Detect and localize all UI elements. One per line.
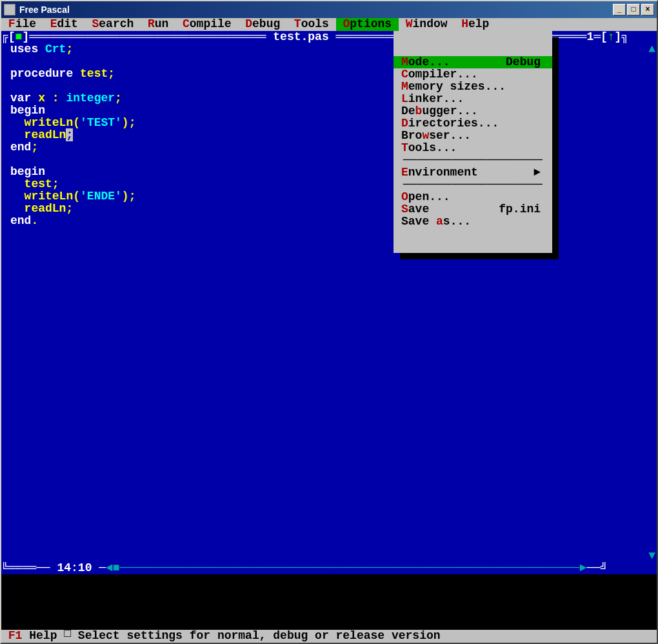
menu-run[interactable]: Run — [141, 18, 175, 31]
menu-compile[interactable]: Compile — [175, 18, 238, 31]
code-line[interactable]: end; — [1, 141, 657, 154]
titlebar[interactable]: Free Pascal _ □ × — [1, 1, 657, 18]
menu-item-tools[interactable]: Tools... — [394, 142, 552, 154]
code-line[interactable] — [1, 80, 657, 92]
menu-file[interactable]: File — [1, 18, 43, 31]
app-window: Free Pascal _ □ × File Edit Search Run C… — [0, 0, 658, 644]
code-line[interactable]: uses Crt; — [1, 43, 657, 55]
code-line[interactable]: begin — [1, 105, 657, 117]
code-line[interactable]: procedure test; — [1, 68, 657, 80]
code-line[interactable]: end. — [1, 215, 657, 227]
editor-frame-bottom: ╚════── 14:10 ─◄■───────────────────────… — [1, 562, 657, 574]
app-icon — [4, 4, 15, 15]
menu-item-browser[interactable]: Browser... — [394, 130, 552, 142]
window-title: Free Pascal — [19, 5, 70, 15]
code-line[interactable]: test; — [1, 178, 657, 190]
options-menu[interactable]: Mode... DebugCompiler... Memory sizes...… — [394, 31, 552, 253]
menu-item-compiler[interactable]: Compiler... — [394, 68, 552, 81]
code-line[interactable]: writeLn('ENDE'); — [1, 190, 657, 203]
scroll-down-icon[interactable]: ▼ — [648, 550, 655, 562]
menu-separator: ──────────────────── — [394, 179, 552, 191]
code-line[interactable]: readLn; — [1, 203, 657, 215]
close-button[interactable]: × — [641, 4, 654, 15]
tui-area: File Edit Search Run Compile Debug Tools… — [1, 18, 657, 643]
menu-item-linker[interactable]: Linker... — [394, 93, 552, 105]
menu-help[interactable]: Help — [454, 18, 496, 31]
menu-item-saveas[interactable]: Save as... — [394, 216, 552, 228]
minimize-button[interactable]: _ — [613, 4, 626, 15]
menu-item-debugger[interactable]: Debugger... — [394, 105, 552, 117]
code-line[interactable]: readLn; — [1, 129, 657, 141]
editor-frame-top: ╔[■]══════════════════════════════════ t… — [1, 31, 657, 43]
menu-item-save[interactable]: Save fp.ini — [394, 203, 552, 216]
scroll-up-icon[interactable]: ▲ — [648, 43, 655, 55]
menu-debug[interactable]: Debug — [238, 18, 287, 31]
menu-item-environment[interactable]: Environment ► — [394, 166, 552, 179]
code-line[interactable]: var x : integer; — [1, 92, 657, 105]
statusbar: F1 Help □ Select settings for normal, de… — [1, 630, 657, 643]
menu-search[interactable]: Search — [85, 18, 141, 31]
code-line[interactable] — [1, 55, 657, 68]
code-line[interactable]: writeLn('TEST'); — [1, 117, 657, 129]
menu-separator: ──────────────────── — [394, 154, 552, 166]
menubar[interactable]: File Edit Search Run Compile Debug Tools… — [1, 18, 657, 31]
menu-window[interactable]: Window — [399, 18, 454, 31]
menu-item-directories[interactable]: Directories... — [394, 117, 552, 130]
output-area — [1, 574, 657, 630]
menu-item-memorysizes[interactable]: Memory sizes... — [394, 81, 552, 93]
editor[interactable]: uses Crt; procedure test; var x : intege… — [1, 43, 657, 562]
code-content[interactable]: uses Crt; procedure test; var x : intege… — [1, 43, 657, 227]
menu-item-mode[interactable]: Mode... Debug — [394, 56, 552, 68]
menu-item-open[interactable]: Open... — [394, 191, 552, 203]
maximize-button[interactable]: □ — [627, 4, 640, 15]
menu-options[interactable]: Options — [336, 18, 399, 31]
menu-edit[interactable]: Edit — [43, 18, 85, 31]
menu-tools[interactable]: Tools — [287, 18, 336, 31]
code-line[interactable] — [1, 154, 657, 166]
code-line[interactable]: begin — [1, 166, 657, 178]
